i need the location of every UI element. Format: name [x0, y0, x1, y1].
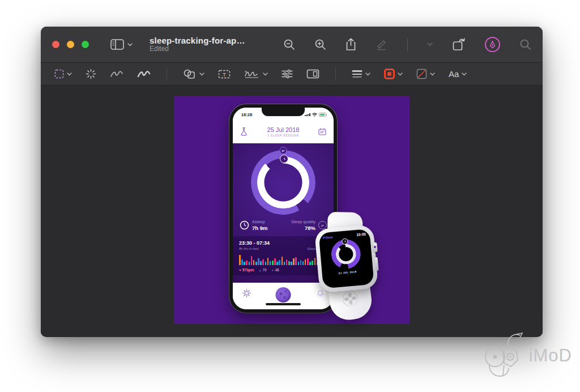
search-icon — [519, 39, 531, 50]
preview-window: sleep-tracking-for-ap… Edited — [41, 27, 543, 337]
selection-tool[interactable] — [54, 69, 72, 79]
pen-nib-icon — [489, 41, 496, 48]
highlight-pencil-button — [376, 39, 388, 50]
chart-bar — [276, 262, 278, 265]
search-button[interactable] — [519, 39, 531, 50]
heart-rate: 57bpm — [242, 268, 254, 272]
chart-bar — [239, 255, 241, 265]
draw-tool[interactable] — [137, 70, 151, 78]
sketch-squiggle-icon — [110, 70, 123, 78]
heart-icon: ♥ — [239, 268, 241, 272]
chart-bar — [262, 259, 264, 265]
signature-tool[interactable] — [244, 70, 268, 78]
chart-bar — [300, 260, 302, 265]
chart-bar — [255, 262, 257, 265]
instant-alpha-tool[interactable] — [86, 69, 96, 79]
fullscreen-button[interactable] — [82, 41, 89, 48]
clock-icon — [343, 240, 347, 244]
chart-bar — [272, 261, 274, 265]
line-style-tool[interactable] — [352, 70, 370, 78]
poster-image: 16:28 — [174, 96, 410, 324]
toolbar-divider — [167, 67, 167, 81]
chevron-down-icon — [263, 73, 268, 76]
watch-screen: Pillow 10:05 — [318, 229, 374, 288]
watch-sleep-ring — [330, 238, 362, 270]
chart-bar — [246, 261, 248, 265]
current-date[interactable]: 25 Jul 2018 — [233, 126, 334, 133]
signature-icon — [244, 70, 260, 78]
document-canvas[interactable]: 16:28 — [41, 86, 543, 336]
chart-bar — [253, 260, 255, 265]
chevron-down-icon — [462, 73, 467, 76]
chevron-down-icon — [398, 73, 403, 76]
zz-badge: zz — [280, 147, 287, 154]
panel-icon — [306, 69, 319, 79]
sidebar-toggle[interactable] — [110, 39, 133, 50]
markup-pen-circle — [485, 37, 500, 52]
image-description-tool[interactable] — [306, 69, 319, 79]
rotate-icon — [452, 38, 466, 51]
text-box-icon: T — [218, 70, 231, 79]
close-button[interactable] — [52, 41, 59, 48]
chart-bar — [286, 259, 288, 265]
battery-icon — [319, 113, 326, 117]
markup-toolbar: T — [41, 63, 543, 86]
home-indicator[interactable] — [266, 303, 301, 305]
chart-bar — [305, 259, 306, 265]
text-box-tool[interactable]: T — [218, 70, 231, 79]
share-button[interactable] — [346, 38, 356, 51]
border-color-tool[interactable] — [384, 69, 403, 79]
watermark-label: iMoD — [529, 346, 572, 366]
fill-color-icon — [416, 69, 427, 79]
border-color-icon — [384, 69, 395, 79]
chart-bar — [307, 258, 309, 265]
signal-icon — [305, 113, 310, 117]
session-count: 1 SLEEP SESSION — [233, 134, 334, 137]
status-time: 16:28 — [241, 112, 252, 117]
asleep-value: 7h 9m — [252, 225, 267, 231]
minimize-button[interactable] — [67, 41, 74, 48]
chart-bar — [295, 257, 297, 265]
fill-color-tool[interactable] — [416, 69, 435, 79]
chart-bar — [260, 261, 262, 265]
titlebar-divider — [407, 39, 408, 51]
rotate-left-button[interactable] — [452, 38, 466, 51]
chart-bar — [291, 262, 292, 265]
chart-bar — [302, 261, 304, 265]
text-style-tool[interactable]: Aa — [449, 69, 467, 79]
chevron-down-icon — [365, 73, 370, 76]
wifi-icon — [312, 113, 317, 117]
sleep-ring: zz — [251, 150, 315, 215]
chart-bar — [258, 258, 259, 265]
pencil-icon — [376, 39, 388, 50]
chart-bar — [251, 256, 253, 265]
adjust-tool[interactable] — [282, 69, 293, 79]
sliders-icon — [282, 69, 293, 79]
line-style-icon — [352, 70, 362, 78]
svg-text:T: T — [223, 71, 226, 77]
site-watermark: iMoD — [483, 332, 572, 380]
chart-bar — [265, 262, 267, 265]
chart-bar — [282, 257, 283, 265]
zoom-in-button[interactable] — [314, 39, 326, 50]
chart-bar — [298, 262, 300, 265]
chart-bar — [279, 260, 280, 265]
sleep-moon-button[interactable] — [276, 287, 291, 302]
chart-bar — [267, 258, 269, 265]
chart-bar — [270, 261, 271, 265]
watch-side-button[interactable] — [375, 257, 379, 271]
title-bar[interactable]: sleep-tracking-for-ap… Edited — [41, 27, 543, 63]
session-in-bed: 8h 4m in bed — [239, 247, 270, 250]
shapes-tool[interactable] — [183, 69, 204, 79]
window-subtitle: Edited — [150, 45, 245, 53]
hr-low-icon: ▼ — [271, 269, 274, 272]
sketch-tool[interactable] — [110, 70, 123, 78]
asleep-clock-icon — [240, 220, 249, 230]
band-pin-holes — [341, 289, 360, 308]
zoom-out-button[interactable] — [283, 39, 295, 50]
chart-bar — [241, 259, 243, 265]
watch-app-name: Pillow — [323, 235, 333, 239]
settings-gear-icon[interactable] — [242, 289, 251, 297]
sidebar-icon — [110, 39, 124, 50]
markup-toolbar-toggle[interactable] — [485, 37, 500, 52]
